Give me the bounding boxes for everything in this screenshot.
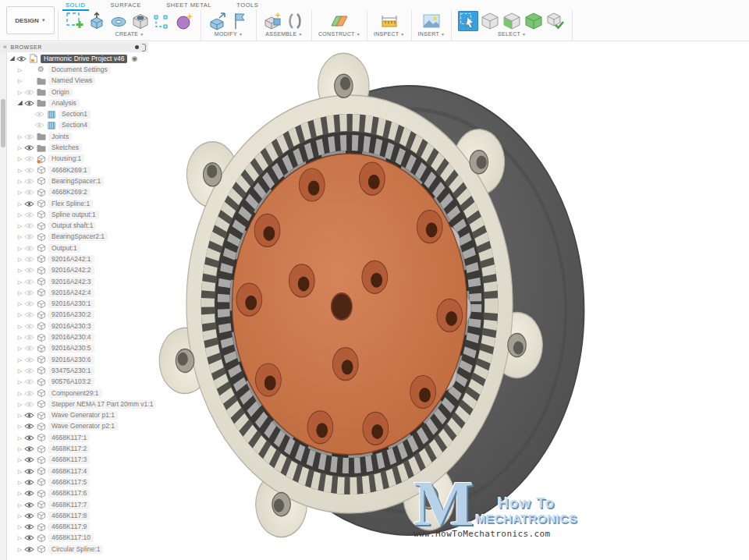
visibility-eye-icon[interactable] bbox=[24, 445, 34, 452]
tree-item-4668k117-7[interactable]: ▷4668K117:7 bbox=[8, 499, 150, 510]
expand-arrow-icon[interactable]: ▷ bbox=[16, 145, 24, 151]
tree-item-output-shaft-1[interactable]: ▷Output shaft:1 bbox=[8, 220, 150, 231]
tree-item-component29-1[interactable]: ▷Component29:1 bbox=[8, 388, 150, 399]
collapse-panel-icon[interactable]: « bbox=[3, 44, 8, 51]
insert-image-icon[interactable] bbox=[421, 11, 442, 31]
expand-arrow-icon[interactable]: ▷ bbox=[16, 446, 24, 452]
expand-arrow-icon[interactable]: ▷ bbox=[16, 179, 24, 184]
visibility-eye-icon[interactable] bbox=[24, 356, 34, 363]
extrude-icon[interactable] bbox=[87, 11, 107, 31]
browser-scrollbar-thumb[interactable] bbox=[1, 99, 5, 147]
tree-item-4668k117-2[interactable]: ▷4668K117:2 bbox=[8, 443, 150, 454]
group-label-insert[interactable]: INSERT▼ bbox=[418, 31, 445, 37]
visibility-eye-icon[interactable] bbox=[24, 512, 34, 519]
visibility-eye-icon[interactable] bbox=[24, 89, 34, 96]
visibility-eye-icon[interactable] bbox=[24, 423, 34, 430]
tree-item-spline-output-1[interactable]: ▷Spline output:1 bbox=[8, 209, 150, 220]
visibility-eye-icon[interactable] bbox=[24, 133, 34, 140]
expand-arrow-icon[interactable]: ▷ bbox=[16, 413, 24, 418]
panel-options-icon[interactable] bbox=[135, 45, 139, 49]
expand-arrow-icon[interactable]: ▷ bbox=[16, 201, 24, 207]
visibility-eye-icon[interactable] bbox=[34, 122, 44, 129]
expand-arrow-icon[interactable]: ▷ bbox=[16, 391, 24, 396]
tree-item-92016a230-1[interactable]: ▷92016A230:1 bbox=[8, 299, 150, 310]
expand-arrow-icon[interactable]: ▷ bbox=[16, 234, 24, 239]
tree-item-bearingspacer2-1[interactable]: ▷BearingSpacer2:1 bbox=[8, 232, 150, 243]
construction-plane-icon[interactable] bbox=[329, 11, 350, 31]
visibility-eye-icon[interactable] bbox=[24, 222, 34, 229]
expand-arrow-icon[interactable]: ▷ bbox=[16, 268, 24, 273]
tree-item-4668k269-1[interactable]: ▷4668K269:1 bbox=[8, 165, 150, 175]
visibility-eye-icon[interactable] bbox=[24, 390, 34, 397]
visibility-eye-icon[interactable] bbox=[24, 401, 34, 408]
design-workspace-dropdown[interactable]: DESIGN ▼ bbox=[6, 6, 55, 34]
expand-arrow-icon[interactable]: ▷ bbox=[16, 513, 24, 519]
visibility-eye-icon[interactable] bbox=[24, 300, 34, 307]
tree-item-92016a242-4[interactable]: ▷92016A242:4 bbox=[8, 287, 150, 298]
form-icon[interactable] bbox=[174, 11, 194, 31]
tree-item-joints[interactable]: ▷Joints bbox=[8, 131, 150, 142]
press-pull-icon[interactable] bbox=[208, 11, 228, 31]
tree-item-92016a242-3[interactable]: ▷92016A242:3 bbox=[8, 276, 150, 287]
visibility-eye-icon[interactable] bbox=[24, 456, 34, 463]
collapse-arrow-icon[interactable]: ◢ bbox=[16, 100, 24, 106]
visibility-eye-icon[interactable] bbox=[24, 167, 34, 174]
tree-item-section4[interactable]: Section4 bbox=[8, 120, 150, 131]
visibility-eye-icon[interactable] bbox=[24, 311, 34, 318]
tree-item-4668k117-9[interactable]: ▷4668K117:9 bbox=[8, 521, 150, 532]
expand-arrow-icon[interactable]: ▷ bbox=[16, 435, 24, 441]
visibility-eye-icon[interactable] bbox=[16, 55, 27, 62]
expand-arrow-icon[interactable]: ▷ bbox=[16, 346, 24, 351]
collapse-arrow-icon[interactable]: ◢ bbox=[8, 55, 16, 62]
tree-item-document-settings[interactable]: ▷⚙Document Settings bbox=[8, 64, 150, 75]
visibility-eye-icon[interactable] bbox=[24, 289, 34, 296]
create-sketch-icon[interactable] bbox=[65, 11, 85, 31]
expand-arrow-icon[interactable]: ▷ bbox=[16, 223, 24, 229]
visibility-eye-icon[interactable] bbox=[24, 434, 34, 441]
tree-item-output-1[interactable]: ▷Output:1 bbox=[8, 243, 150, 253]
expand-arrow-icon[interactable]: ▷ bbox=[16, 279, 24, 285]
new-component-icon[interactable] bbox=[263, 11, 283, 31]
visibility-eye-icon[interactable] bbox=[24, 468, 34, 475]
tree-item-4668k117-3[interactable]: ▷4668K117:3 bbox=[8, 455, 150, 466]
tab-sheet-metal[interactable]: SHEET METAL bbox=[163, 0, 215, 11]
expand-arrow-icon[interactable]: ▷ bbox=[16, 402, 24, 407]
tree-item-90576a103-2[interactable]: ▷90576A103:2 bbox=[8, 377, 150, 388]
tree-item-analysis[interactable]: ◢Analysis bbox=[8, 97, 150, 108]
expand-arrow-icon[interactable]: ▷ bbox=[16, 168, 24, 173]
tree-item-92016a230-2[interactable]: ▷92016A230:2 bbox=[8, 310, 150, 321]
tree-item-harmonic-drive-project-v46[interactable]: ◢Harmonic Drive Project v46◉ bbox=[8, 53, 150, 64]
tree-item-circular-spline-1[interactable]: ▷Circular Spline:1 bbox=[8, 544, 150, 555]
group-label-construct[interactable]: CONSTRUCT▼ bbox=[318, 31, 360, 37]
panel-dock-icon[interactable] bbox=[142, 44, 146, 51]
visibility-eye-icon[interactable] bbox=[24, 523, 34, 530]
visibility-eye-icon[interactable] bbox=[24, 144, 34, 151]
tree-item-wave-generator-p2-1[interactable]: ▷Wave Generator p2:1 bbox=[8, 421, 150, 432]
visibility-eye-icon[interactable] bbox=[24, 412, 34, 419]
expand-arrow-icon[interactable]: ▷ bbox=[16, 469, 24, 474]
expand-arrow-icon[interactable]: ▷ bbox=[16, 212, 24, 218]
tree-item-housing-1[interactable]: ▷Housing:1 bbox=[8, 154, 150, 165]
face-select-icon[interactable] bbox=[502, 11, 522, 31]
tree-item-92016a230-4[interactable]: ▷92016A230:4 bbox=[8, 331, 150, 342]
tree-item-4668k117-5[interactable]: ▷4668K117:5 bbox=[8, 477, 150, 487]
expand-arrow-icon[interactable]: ▷ bbox=[16, 257, 24, 262]
body-select-icon[interactable] bbox=[524, 11, 544, 31]
visibility-eye-icon[interactable] bbox=[24, 100, 34, 107]
revolve-icon[interactable] bbox=[108, 11, 129, 31]
visibility-eye-icon[interactable] bbox=[24, 334, 34, 341]
activate-component-radio[interactable]: ◉ bbox=[131, 55, 137, 62]
tree-item-92016a230-5[interactable]: ▷92016A230:5 bbox=[8, 343, 150, 354]
tree-item-named-views[interactable]: ▷Named Views bbox=[8, 76, 150, 87]
group-label-inspect[interactable]: INSPECT▼ bbox=[374, 31, 405, 37]
expand-arrow-icon[interactable]: ▷ bbox=[16, 357, 24, 363]
expand-arrow-icon[interactable]: ▷ bbox=[16, 491, 24, 496]
tree-item-4668k117-1[interactable]: ▷4668K117:1 bbox=[8, 432, 150, 443]
visibility-eye-icon[interactable] bbox=[24, 502, 34, 509]
tab-solid[interactable]: SOLID bbox=[62, 0, 89, 11]
visibility-eye-icon[interactable] bbox=[24, 479, 34, 486]
group-label-select[interactable]: SELECT▼ bbox=[498, 31, 526, 37]
visibility-eye-icon[interactable] bbox=[24, 200, 34, 207]
visibility-eye-icon[interactable] bbox=[24, 378, 34, 385]
tree-item-origin[interactable]: ▷Origin bbox=[8, 87, 150, 97]
